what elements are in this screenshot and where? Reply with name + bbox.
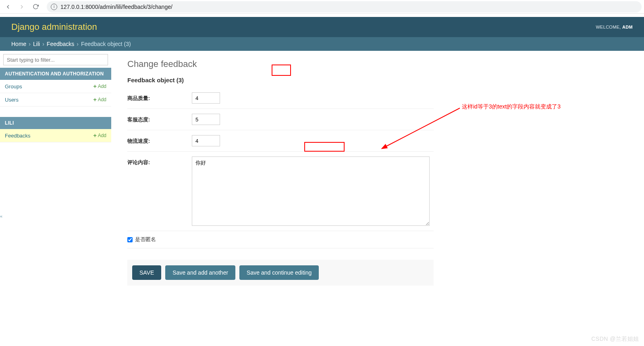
browser-toolbar: i 127.0.0.1:8000/admin/lili/feedback/3/c… bbox=[0, 0, 644, 14]
crumb-model[interactable]: Feedbacks bbox=[47, 41, 74, 47]
forward-button[interactable] bbox=[16, 1, 27, 13]
crumb-app[interactable]: Lili bbox=[33, 41, 40, 47]
annotation-text: 这样id等于3的text的字段内容就变成了3 bbox=[462, 103, 561, 110]
submit-row: SAVE Save and add another Save and conti… bbox=[127, 260, 434, 286]
label-quality: 商品质量: bbox=[127, 92, 192, 102]
nav-sidebar: AUTHENTICATION AND AUTHORIZATION Groups … bbox=[0, 51, 111, 294]
annotation-box-objectid bbox=[272, 65, 291, 76]
add-link-groups[interactable]: +Add bbox=[93, 83, 106, 90]
crumb-home[interactable]: Home bbox=[11, 41, 26, 47]
input-quality[interactable] bbox=[192, 92, 220, 104]
field-delivery: 物流速度: bbox=[127, 130, 434, 152]
branding[interactable]: Django administration bbox=[11, 22, 97, 32]
model-link-feedbacks[interactable]: Feedbacks bbox=[5, 133, 31, 139]
input-service[interactable] bbox=[192, 114, 220, 125]
reload-button[interactable] bbox=[30, 1, 41, 13]
model-link-groups[interactable]: Groups bbox=[5, 83, 22, 90]
save-button[interactable]: SAVE bbox=[132, 265, 161, 280]
add-link-users[interactable]: +Add bbox=[93, 96, 106, 103]
content-main: Change feedback Feedback object (3) 商品质量… bbox=[111, 51, 644, 294]
add-link-feedbacks[interactable]: +Add bbox=[93, 132, 106, 139]
plus-icon: + bbox=[93, 132, 96, 139]
url-text: 127.0.0.1:8000/admin/lili/feedback/3/cha… bbox=[60, 4, 172, 10]
watermark: CSDN @兰若姐姐 bbox=[591, 336, 639, 343]
page-title: Change feedback bbox=[127, 59, 634, 69]
back-button[interactable] bbox=[2, 1, 14, 13]
label-service: 客服态度: bbox=[127, 114, 192, 123]
object-name: Feedback object (3) bbox=[127, 77, 184, 83]
input-delivery[interactable] bbox=[192, 135, 220, 146]
user-tools: WELCOME, ADM bbox=[596, 25, 633, 29]
address-bar[interactable]: i 127.0.0.1:8000/admin/lili/feedback/3/c… bbox=[47, 1, 642, 13]
crumb-current: Feedback object (3) bbox=[81, 41, 131, 47]
save-continue-button[interactable]: Save and continue editing bbox=[239, 265, 319, 280]
field-quality: 商品质量: bbox=[127, 88, 434, 109]
model-row-users: Users +Add bbox=[0, 93, 111, 106]
app-caption-lili[interactable]: LILI bbox=[0, 117, 111, 129]
save-add-another-button[interactable]: Save and add another bbox=[165, 265, 235, 280]
annotation-box-textvalue bbox=[304, 142, 345, 152]
site-info-icon[interactable]: i bbox=[51, 4, 57, 10]
sidebar-collapse-handle[interactable]: « bbox=[0, 214, 2, 219]
sidebar-filter-input[interactable] bbox=[3, 54, 108, 65]
django-header: Django administration WELCOME, ADM bbox=[0, 17, 644, 37]
field-service: 客服态度: bbox=[127, 109, 434, 130]
label-anonymous[interactable]: 是否匿名 bbox=[127, 236, 156, 243]
model-link-users[interactable]: Users bbox=[5, 97, 19, 103]
app-caption-auth[interactable]: AUTHENTICATION AND AUTHORIZATION bbox=[0, 68, 111, 80]
model-row-feedbacks: Feedbacks +Add bbox=[0, 129, 111, 142]
field-anonymous: 是否匿名 bbox=[127, 231, 434, 248]
textarea-text[interactable] bbox=[192, 156, 430, 226]
model-row-groups: Groups +Add bbox=[0, 80, 111, 93]
plus-icon: + bbox=[93, 83, 96, 90]
field-text: 评论内容: bbox=[127, 152, 434, 231]
checkbox-anonymous[interactable] bbox=[127, 237, 133, 242]
label-delivery: 物流速度: bbox=[127, 135, 192, 145]
breadcrumb: Home › Lili › Feedbacks › Feedback objec… bbox=[0, 37, 644, 51]
label-text: 评论内容: bbox=[127, 156, 192, 166]
plus-icon: + bbox=[93, 96, 96, 103]
